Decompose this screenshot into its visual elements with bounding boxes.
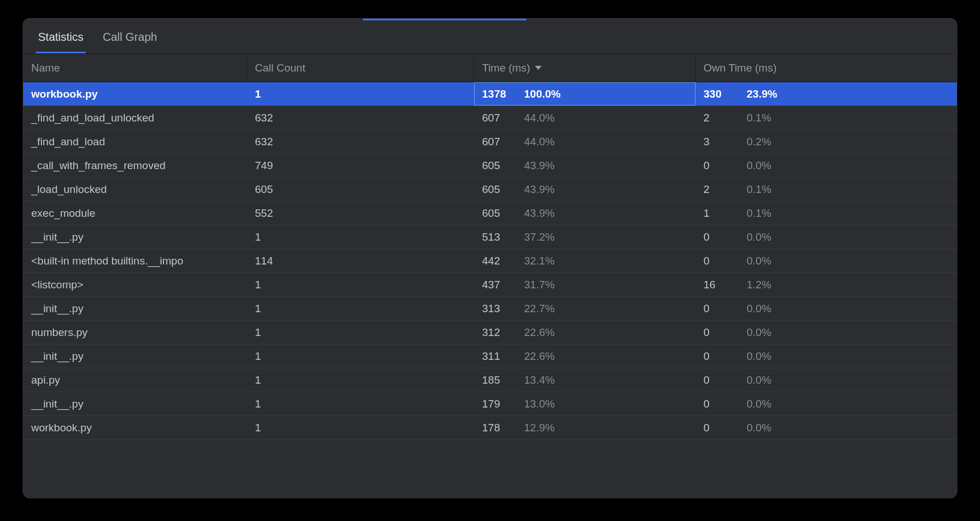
col-header-own-time[interactable]: Own Time (ms) [696,54,957,82]
table-row[interactable]: exec_module55260543.9%10.1% [23,201,957,225]
own-value: 0 [703,255,728,267]
own-pct: 23.9% [747,88,777,100]
cell-own-time: 00.0% [696,154,957,177]
tab-bar: Statistics Call Graph [23,19,957,54]
cell-call-count: 1 [247,392,474,415]
own-value: 0 [703,398,728,410]
time-pct: 43.9% [524,159,555,172]
time-pct: 22.6% [524,326,555,339]
own-pct: 0.0% [747,326,771,339]
cell-time: 60543.9% [474,154,696,177]
time-value: 605 [482,207,513,220]
cell-time: 1378100.0% [474,82,696,106]
table-row[interactable]: api.py118513.4%00.0% [23,368,957,392]
cell-name: __init__.py [23,344,247,368]
cell-own-time: 00.0% [696,225,957,249]
own-pct: 0.0% [747,350,771,363]
cell-name: workbook.py [23,416,247,439]
time-pct: 100.0% [524,88,560,100]
time-pct: 22.6% [524,350,555,363]
table-row[interactable]: _find_and_load63260744.0%30.2% [23,130,957,154]
cell-call-count: 552 [247,201,474,225]
cell-call-count: 1 [247,297,474,320]
cell-call-count: 1 [247,225,474,249]
own-value: 2 [703,183,728,196]
cell-time: 43731.7% [474,273,696,296]
time-value: 605 [482,159,513,172]
cell-name: _find_and_load_unlocked [23,106,247,129]
cell-call-count: 1 [247,321,474,344]
own-pct: 0.1% [747,112,771,124]
col-header-time-label: Time (ms) [482,62,530,74]
table-row[interactable]: <listcomp>143731.7%161.2% [23,273,957,297]
cell-time: 60744.0% [474,106,696,129]
cell-name: _find_and_load [23,130,247,153]
table-row[interactable]: numbers.py131222.6%00.0% [23,321,957,344]
cell-time: 31122.6% [474,344,696,368]
table-row[interactable]: workbook.py11378100.0%33023.9% [23,82,957,106]
own-pct: 1.2% [747,279,771,291]
own-value: 0 [703,302,728,315]
table-row[interactable]: _load_unlocked60560543.9%20.1% [23,178,957,201]
col-header-call-count[interactable]: Call Count [247,54,474,82]
time-value: 442 [482,255,513,267]
cell-time: 31322.7% [474,297,696,320]
cell-name: __init__.py [23,225,247,249]
cell-time: 51337.2% [474,225,696,249]
col-header-name[interactable]: Name [23,54,247,82]
time-value: 313 [482,302,513,315]
time-pct: 37.2% [524,231,555,243]
cell-call-count: 1 [247,82,474,106]
time-pct: 44.0% [524,112,555,124]
cell-own-time: 20.1% [696,178,957,201]
own-value: 0 [703,326,728,339]
cell-own-time: 00.0% [696,416,957,439]
time-value: 312 [482,326,513,339]
cell-name: _load_unlocked [23,178,247,201]
own-value: 0 [703,422,728,434]
time-pct: 13.0% [524,398,555,410]
cell-time: 60744.0% [474,130,696,153]
own-pct: 0.0% [747,422,771,434]
own-pct: 0.0% [747,302,771,315]
own-pct: 0.2% [747,136,771,148]
table-row[interactable]: __init__.py151337.2%00.0% [23,225,957,249]
cell-name: api.py [23,368,247,392]
table-row[interactable]: __init__.py117913.0%00.0% [23,392,957,416]
cell-call-count: 1 [247,368,474,392]
cell-call-count: 114 [247,249,474,272]
cell-own-time: 10.1% [696,201,957,225]
table-row[interactable]: <built-in method builtins.__impo11444232… [23,249,957,273]
cell-own-time: 20.1% [696,106,957,129]
cell-call-count: 1 [247,273,474,296]
table-row[interactable]: _call_with_frames_removed74960543.9%00.0… [23,154,957,178]
col-header-time[interactable]: Time (ms) [474,54,696,82]
table-row[interactable]: workbook.py117812.9%00.0% [23,416,957,440]
cell-name: exec_module [23,201,247,225]
table-row[interactable]: __init__.py131122.6%00.0% [23,344,957,368]
cell-own-time: 00.0% [696,249,957,272]
own-value: 3 [703,136,728,148]
cell-time: 44232.1% [474,249,696,272]
cell-own-time: 00.0% [696,344,957,368]
cell-own-time: 33023.9% [696,82,957,106]
own-value: 330 [703,88,728,100]
time-value: 607 [482,112,513,124]
table-header: Name Call Count Time (ms) Own Time (ms) [23,54,957,82]
tab-call-graph[interactable]: Call Graph [100,30,160,53]
time-pct: 22.7% [524,302,555,315]
cell-time: 60543.9% [474,201,696,225]
cell-own-time: 00.0% [696,321,957,344]
time-pct: 43.9% [524,183,555,196]
time-value: 607 [482,136,513,148]
time-pct: 44.0% [524,136,555,148]
own-value: 0 [703,350,728,363]
time-value: 178 [482,422,513,434]
table-row[interactable]: _find_and_load_unlocked63260744.0%20.1% [23,106,957,130]
cell-call-count: 1 [247,416,474,439]
time-value: 1378 [482,88,513,100]
cell-time: 17913.0% [474,392,696,415]
tab-statistics[interactable]: Statistics [36,30,86,53]
table-row[interactable]: __init__.py131322.7%00.0% [23,297,957,321]
cell-name: numbers.py [23,321,247,344]
